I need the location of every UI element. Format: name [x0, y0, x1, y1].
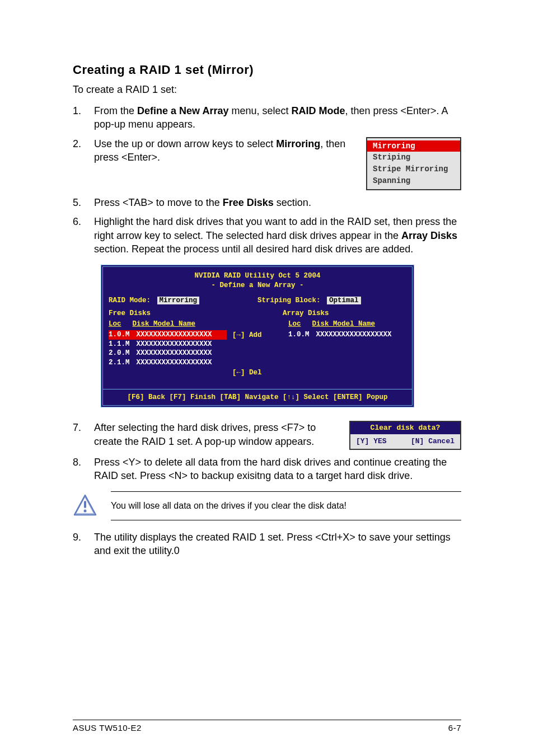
step-1: 1. From the Define a New Array menu, sel…: [73, 104, 461, 132]
popup-option-stripe-mirroring[interactable]: Stripe Mirroring: [367, 163, 460, 175]
step-number: 5.: [73, 196, 84, 209]
bios-header-row: RAID Mode: Mirroring Striping Block: Opt…: [109, 296, 406, 306]
disk-model: XXXXXXXXXXXXXXXXXX: [137, 358, 212, 368]
page-heading: Creating a RAID 1 set (Mirror): [73, 62, 461, 78]
bold-text: Mirroring: [276, 138, 320, 149]
step-number: 8.: [73, 456, 84, 483]
step-number: 6.: [73, 215, 84, 256]
col-loc: Loc: [109, 320, 121, 329]
disk-loc: 1.0.M: [109, 330, 130, 340]
step-number: 2.: [73, 137, 84, 191]
warning-icon: [73, 494, 97, 518]
column-header: Loc Disk Model Name: [109, 320, 227, 329]
text: menu, select: [228, 105, 291, 116]
array-disks-column: Loc Disk Model Name 1.0.M XXXXXXXXXXXXXX…: [288, 320, 406, 389]
step-list-end: 9. The utility displays the created RAID…: [73, 530, 461, 558]
disk-model: XXXXXXXXXXXXXXXXXX: [137, 349, 212, 358]
clear-data-popup: Clear disk data? [Y] YES [N] Cancel: [349, 421, 461, 449]
col-loc: Loc: [288, 320, 301, 329]
step-8: 8. Press <Y> to delete all data from the…: [73, 456, 461, 483]
disk-loc: 2.0.M: [109, 349, 130, 358]
col-model: Disk Model Name: [133, 320, 196, 329]
add-action[interactable]: [→] Add: [232, 331, 283, 340]
warning-note: You will lose all data on the drives if …: [73, 491, 461, 520]
bios-title: NVIDIA RAID Utility Oct 5 2004 - Define …: [109, 271, 406, 290]
array-disks-label: Array Disks: [283, 309, 406, 318]
popup-option-mirroring[interactable]: Mirroring: [367, 140, 460, 152]
step-body: Use the up or down arrow keys to select …: [94, 137, 461, 191]
disk-loc: 1.1.M: [109, 340, 130, 349]
popup-option-striping[interactable]: Striping: [367, 152, 460, 163]
disk-model: XXXXXXXXXXXXXXXXXX: [137, 330, 212, 340]
warning-text: You will lose all data on the drives if …: [111, 491, 461, 520]
popup-title: Clear disk data?: [350, 422, 460, 434]
step-9: 9. The utility displays the created RAID…: [73, 530, 461, 558]
disk-row[interactable]: 2.0.M XXXXXXXXXXXXXXXXXX: [109, 349, 227, 358]
action-column: [→] Add [←] Del: [232, 320, 283, 389]
bold-text: Array Disks: [401, 230, 457, 241]
disk-loc: 2.1.M: [109, 358, 130, 368]
disk-model: XXXXXXXXXXXXXXXXXX: [316, 330, 392, 340]
step-7: 7. After selecting the hard disk drives,…: [73, 421, 461, 449]
bold-text: Define a New Array: [137, 105, 228, 116]
disk-row[interactable]: 2.1.M XXXXXXXXXXXXXXXXXX: [109, 358, 227, 368]
footer-left: ASUS TW510-E2: [73, 722, 142, 734]
bios-section-labels: Free Disks Array Disks: [109, 309, 406, 318]
text: section. Repeat the process until all de…: [94, 243, 413, 255]
text: From the: [94, 105, 137, 116]
mode-popup: Mirroring Striping Stripe Mirroring Span…: [366, 137, 461, 191]
col-model: Disk Model Name: [312, 320, 376, 329]
svg-point-1: [84, 509, 87, 512]
step-body: Press <TAB> to move to the Free Disks se…: [94, 196, 461, 209]
step-body: Press <Y> to delete all data from the ha…: [94, 456, 461, 483]
del-action[interactable]: [←] Del: [232, 368, 283, 378]
step-number: 1.: [73, 104, 84, 132]
yes-option[interactable]: [Y] YES: [356, 436, 387, 447]
step-number: 7.: [73, 421, 84, 449]
step-6: 6. Highlight the hard disk drives that y…: [73, 215, 461, 256]
step-body: Highlight the hard disk drives that you …: [94, 215, 461, 256]
disk-model: XXXXXXXXXXXXXXXXXX: [137, 340, 212, 349]
disk-row[interactable]: 1.0.M XXXXXXXXXXXXXXXXXX: [288, 330, 406, 340]
text: Use the up or down arrow keys to select: [94, 138, 276, 149]
raid-mode-label: RAID Mode:: [109, 297, 151, 304]
popup-option-spanning[interactable]: Spanning: [367, 175, 460, 187]
step-list: 1. From the Define a New Array menu, sel…: [73, 104, 461, 256]
raid-mode-value[interactable]: Mirroring: [157, 297, 200, 304]
page-footer: ASUS TW510-E2 6-7: [73, 720, 461, 734]
bold-text: RAID Mode: [292, 105, 345, 116]
step-5: 5. Press <TAB> to move to the Free Disks…: [73, 196, 461, 209]
step-body: The utility displays the created RAID 1 …: [94, 530, 461, 558]
text: section.: [274, 197, 311, 208]
svg-rect-0: [84, 501, 86, 508]
column-header: Loc Disk Model Name: [288, 320, 406, 329]
step-2: 2. Use the up or down arrow keys to sele…: [73, 137, 461, 191]
step-body: After selecting the hard disk drives, pr…: [94, 421, 461, 449]
step-body: From the Define a New Array menu, select…: [94, 104, 461, 132]
bios-footer-keys: [F6] Back [F7] Finish [TAB] Navigate [↑↓…: [103, 389, 412, 406]
cancel-option[interactable]: [N] Cancel: [411, 436, 455, 447]
step-list-cont: 7. After selecting the hard disk drives,…: [73, 421, 461, 482]
disk-loc: 1.0.M: [288, 330, 310, 340]
text: Press <TAB> to move to the: [94, 197, 223, 208]
bios-title-line1: NVIDIA RAID Utility Oct 5 2004: [109, 271, 406, 281]
intro-text: To create a RAID 1 set:: [73, 83, 461, 96]
disk-row[interactable]: 1.0.M XXXXXXXXXXXXXXXXXX: [109, 330, 227, 340]
step-number: 9.: [73, 530, 84, 558]
footer-right: 6-7: [448, 722, 461, 734]
free-disks-label: Free Disks: [109, 309, 232, 318]
text: After selecting the hard disk drives, pr…: [94, 421, 338, 448]
bold-text: Free Disks: [223, 197, 274, 208]
stripe-label: Striping Block:: [257, 297, 321, 304]
stripe-value[interactable]: Optimal: [327, 297, 361, 304]
free-disks-column: Loc Disk Model Name 1.0.M XXXXXXXXXXXXXX…: [109, 320, 227, 389]
disk-row[interactable]: 1.1.M XXXXXXXXXXXXXXXXXX: [109, 340, 227, 349]
bios-screen: NVIDIA RAID Utility Oct 5 2004 - Define …: [101, 265, 414, 407]
bios-title-line2: - Define a New Array -: [109, 281, 406, 290]
